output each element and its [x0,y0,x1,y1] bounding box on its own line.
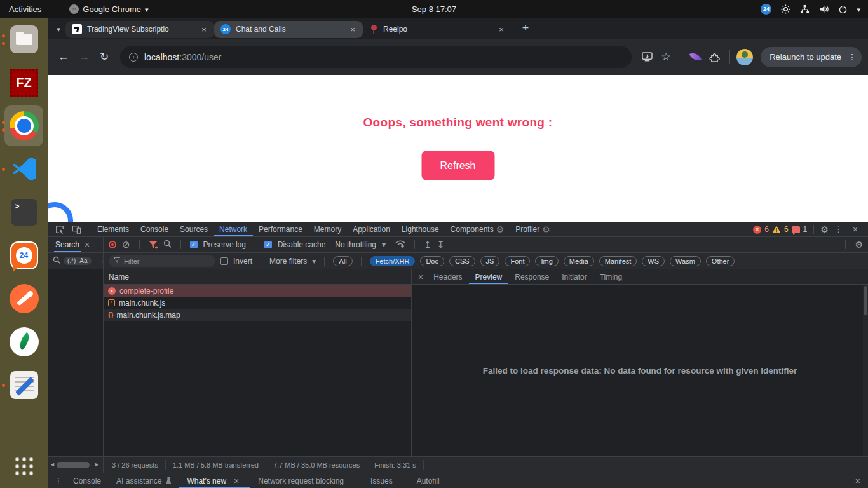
search-network-icon[interactable] [163,240,172,250]
scroll-left-icon[interactable] [50,461,55,468]
detail-tab-response[interactable]: Response [508,269,555,284]
tab-reeipo[interactable]: Reeipo [363,21,512,38]
drawer-tab-whats-new[interactable]: What's new [179,473,250,488]
devtools-tab-lighthouse[interactable]: Lighthouse [396,222,445,236]
devtools-tab-application[interactable]: Application [347,222,396,236]
filter-pill-img[interactable]: Img [535,256,558,266]
network-icon[interactable] [799,4,810,14]
dock-item-files[interactable] [0,18,48,61]
tab-search-icon[interactable] [51,23,65,34]
browser-menu-icon[interactable] [845,52,859,62]
errors-icon[interactable] [753,226,761,234]
detail-close-icon[interactable] [414,272,427,282]
chevron-down-icon[interactable] [312,257,316,266]
request-row-main-chunk-js-map[interactable]: main.chunk.js.map [104,309,411,321]
import-har-icon[interactable] [424,240,431,250]
network-filter-input[interactable] [124,257,210,265]
request-row-main-chunk-js[interactable]: main.chunk.js [104,297,411,309]
devtools-tab-elements[interactable]: Elements [92,222,135,236]
disable-cache-label[interactable]: Disable cache [278,240,325,249]
scroll-right-icon[interactable] [94,461,100,468]
refresh-button[interactable]: Refresh [421,151,494,180]
dock-item-chrome[interactable] [0,104,48,147]
throttling-select[interactable]: No throttling [335,240,376,249]
new-tab-button[interactable] [517,20,534,37]
clock[interactable]: Sep 8 17:07 [412,4,456,14]
profile-avatar[interactable] [736,49,753,65]
volume-icon[interactable] [818,4,829,14]
preserve-log-checkbox[interactable] [190,241,198,248]
devtools-tab-network[interactable]: Network [214,222,253,236]
address-bar[interactable]: localhost:3000/user [120,46,632,68]
request-row-complete-profile[interactable]: complete-profile [104,285,411,297]
tab-close-icon[interactable] [348,24,358,34]
back-button[interactable] [54,48,73,67]
tab-tradingview[interactable]: TradingView Subscriptio [65,21,214,38]
filter-pill-all[interactable]: All [333,256,352,266]
devtools-close-icon[interactable] [849,224,862,234]
drawer-tab-network-request-blocking[interactable]: Network request blocking [250,473,351,488]
filter-pill-js[interactable]: JS [480,256,500,266]
activities-button[interactable]: Activities [0,0,50,18]
network-conditions-icon[interactable] [395,240,405,250]
devtools-settings-icon[interactable] [820,224,829,234]
filter-pill-fetch-xhr[interactable]: Fetch/XHR [370,256,416,266]
reload-button[interactable] [95,48,114,67]
devtools-tab-components[interactable]: Components [445,222,510,236]
warnings-icon[interactable] [772,226,781,233]
match-case-toggle[interactable]: Aa [79,257,87,264]
scrollbar[interactable] [863,285,868,456]
devtools-tab-sources[interactable]: Sources [174,222,214,236]
relaunch-to-update-button[interactable]: Relaunch to update [761,47,862,67]
filter-pill-css[interactable]: CSS [449,256,475,266]
preserve-log-label[interactable]: Preserve log [203,240,246,249]
chat24-tray-icon[interactable]: 24 [761,4,771,15]
bookmark-star-icon[interactable] [657,48,675,66]
dock-item-postman[interactable] [0,277,48,320]
issues-icon[interactable] [792,226,800,233]
devtools-tab-memory[interactable]: Memory [308,222,347,236]
invert-checkbox[interactable] [220,257,228,265]
export-har-icon[interactable] [437,240,445,250]
drawer-close-icon[interactable] [851,476,864,486]
filter-pill-wasm[interactable]: Wasm [670,256,701,266]
forward-button[interactable] [74,48,93,67]
clear-network-log-icon[interactable] [122,239,130,250]
devtools-tab-performance[interactable]: Performance [253,222,308,236]
brightness-icon[interactable] [780,4,790,14]
error-count[interactable]: 6 [764,225,769,234]
disable-cache-checkbox[interactable] [264,241,272,248]
detail-tab-timing[interactable]: Timing [593,269,629,284]
network-settings-icon[interactable] [855,240,863,250]
chevron-down-icon[interactable] [382,240,386,249]
dock-item-chat24[interactable]: 24 [0,234,48,277]
drawer-tab-issues[interactable]: Issues [363,473,400,488]
extension-feather-icon[interactable] [686,48,704,66]
search-tab[interactable]: Search [54,237,81,252]
power-icon[interactable] [837,4,848,14]
drawer-tab-console[interactable]: Console [65,473,109,488]
search-pane-scrollbar[interactable] [48,457,104,473]
scroll-thumb[interactable] [57,462,90,468]
filter-pill-other[interactable]: Other [706,256,735,266]
request-list-header[interactable]: Name [104,269,411,285]
inspect-element-icon[interactable] [51,222,68,236]
dock-item-mongodb[interactable] [0,320,48,363]
devtools-menu-icon[interactable] [832,225,846,234]
more-filters-dropdown[interactable]: More filters [269,257,307,266]
filter-pill-ws[interactable]: WS [642,256,665,266]
record-network-log-icon[interactable] [109,241,116,248]
chat-widget-ring[interactable] [48,202,73,222]
filter-input-wrap[interactable] [109,255,215,267]
filter-pill-font[interactable]: Font [505,256,530,266]
filter-pill-media[interactable]: Media [564,256,594,266]
extensions-puzzle-icon[interactable] [705,48,723,66]
detail-tab-initiator[interactable]: Initiator [555,269,593,284]
devtools-tab-profiler[interactable]: Profiler [510,222,556,236]
dock-item-terminal[interactable]: >_ [0,191,48,234]
issue-count[interactable]: 1 [803,225,808,234]
drawer-tab-ai-assistance[interactable]: AI assistance [109,473,179,488]
search-close-icon[interactable] [81,240,93,250]
drawer-tab-close-icon[interactable] [230,476,243,486]
drawer-menu-icon[interactable] [51,477,65,485]
